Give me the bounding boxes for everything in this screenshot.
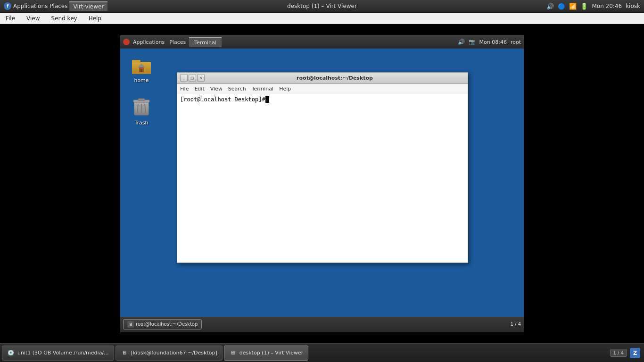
- terminal-menu-edit[interactable]: Edit: [194, 86, 204, 92]
- host-task-virt-viewer[interactable]: 🖥 desktop (1) – Virt Viewer: [224, 346, 309, 361]
- trash-icon-label: Trash: [134, 120, 148, 126]
- home-folder-icon: [130, 53, 153, 76]
- host-topbar-left: f Applications Places Virt-viewer: [4, 1, 107, 11]
- z-badge-icon[interactable]: Z: [630, 348, 640, 358]
- host-menu-view[interactable]: View: [25, 14, 41, 23]
- host-taskbar-right: 1 / 4 Z: [610, 348, 642, 358]
- guest-topbar-right: 🔊 📷 Mon 08:46 root: [458, 39, 521, 45]
- host-task-virt-label: desktop (1) – Virt Viewer: [239, 350, 304, 356]
- host-menu-sendkey[interactable]: Send key: [50, 14, 79, 23]
- host-task-unit1[interactable]: 💽 unit1 (3O GB Volume /run/media/...: [2, 346, 114, 361]
- volume-icon[interactable]: 🔊: [546, 3, 554, 10]
- terminal-menu-terminal[interactable]: Terminal: [252, 86, 274, 92]
- terminal-menu-view[interactable]: View: [210, 86, 223, 92]
- svg-rect-5: [140, 69, 142, 72]
- host-user[interactable]: kiosk: [626, 3, 640, 9]
- host-places-menu[interactable]: Places: [50, 3, 67, 9]
- host-time: Mon 20:46: [592, 3, 622, 9]
- terminal-body[interactable]: [root@localhost Desktop]#: [177, 94, 468, 263]
- host-virt-viewer-tab-label: Virt-viewer: [73, 3, 104, 10]
- bluetooth-icon[interactable]: 🔵: [558, 3, 565, 10]
- guest-screen[interactable]: Applications Places Terminal 🔊 📷 Mon 08:…: [120, 35, 524, 332]
- fedora-logo-icon: f: [4, 2, 11, 10]
- svg-rect-2: [132, 60, 140, 63]
- host-task-virt-icon: 🖥: [229, 349, 237, 357]
- guest-time: Mon 08:46: [479, 39, 507, 45]
- guest-topbar: Applications Places Terminal 🔊 📷 Mon 08:…: [120, 36, 524, 49]
- terminal-cursor: [265, 96, 269, 103]
- host-task-unit1-label: unit1 (3O GB Volume /run/media/...: [17, 350, 109, 356]
- battery-icon[interactable]: 🔋: [580, 3, 588, 10]
- host-menubar: File View Send key Help: [0, 13, 644, 24]
- terminal-menu-search[interactable]: Search: [228, 86, 246, 92]
- guest-user[interactable]: root: [511, 39, 521, 45]
- guest-screenshot-icon[interactable]: 📷: [469, 39, 476, 45]
- trash-icon: [130, 96, 153, 118]
- guest-taskbar-terminal-icon: 🖥: [127, 321, 134, 328]
- host-topbar-right: 🔊 🔵 📶 🔋 Mon 20:46 kiosk: [546, 3, 640, 10]
- guest-taskbar-left: 🖥 root@localhost:~/Desktop: [123, 319, 202, 329]
- terminal-window[interactable]: _ □ ✕ root@localhost:~/Desktop File Edit…: [177, 72, 468, 263]
- guest-terminal-tab-label: Terminal: [193, 39, 218, 46]
- guest-places-menu[interactable]: Places: [168, 39, 187, 46]
- terminal-close-btn[interactable]: ✕: [197, 74, 205, 82]
- host-task-kiosk-terminal[interactable]: 🖥 [kiosk@foundation67:~/Desktop]: [116, 346, 223, 361]
- terminal-prompt-text: [root@localhost Desktop]#: [180, 96, 265, 103]
- host-task-kiosk-label: [kiosk@foundation67:~/Desktop]: [131, 350, 217, 356]
- guest-pager-text: 1 / 4: [511, 321, 521, 327]
- svg-rect-9: [138, 99, 145, 100]
- virt-content-area: Applications Places Terminal 🔊 📷 Mon 08:…: [0, 24, 644, 343]
- guest-terminal-tab[interactable]: Terminal: [189, 37, 222, 47]
- host-menu-file[interactable]: File: [4, 14, 17, 23]
- guest-volume-icon[interactable]: 🔊: [458, 39, 465, 45]
- host-menu-help[interactable]: Help: [87, 14, 103, 23]
- terminal-menu-help[interactable]: Help: [279, 86, 291, 92]
- guest-applications-menu[interactable]: Applications: [132, 39, 166, 46]
- host-topbar: f Applications Places Virt-viewer deskto…: [0, 0, 644, 13]
- guest-taskbar-terminal-label: root@localhost:~/Desktop: [136, 321, 198, 327]
- host-task-unit1-icon: 💽: [7, 349, 15, 357]
- host-virt-viewer-tab[interactable]: Virt-viewer: [69, 1, 107, 11]
- home-icon-label: home: [134, 77, 149, 83]
- terminal-window-buttons: _ □ ✕: [180, 74, 205, 82]
- guest-taskbar-terminal-item[interactable]: 🖥 root@localhost:~/Desktop: [123, 319, 202, 329]
- guest-desktop: home: [120, 49, 524, 317]
- terminal-maximize-btn[interactable]: □: [189, 74, 196, 82]
- desktop-icon-home[interactable]: home: [125, 53, 158, 83]
- desktop-icon-trash[interactable]: Trash: [125, 96, 158, 126]
- guest-taskbar-pager: 1 / 4: [511, 321, 521, 327]
- host-taskbar: 💽 unit1 (3O GB Volume /run/media/... 🖥 […: [0, 343, 644, 362]
- host-applications-menu[interactable]: Applications: [13, 3, 48, 9]
- terminal-titlebar: _ □ ✕ root@localhost:~/Desktop: [177, 73, 468, 84]
- guest-fedora-icon: [123, 39, 130, 45]
- terminal-menubar: File Edit View Search Terminal Help: [177, 84, 468, 94]
- host-pager-badge: 1 / 4: [610, 349, 627, 357]
- host-taskbar-items: 💽 unit1 (3O GB Volume /run/media/... 🖥 […: [2, 346, 308, 361]
- host-window-title: desktop (1) – Virt Viewer: [287, 3, 357, 9]
- terminal-prompt-line: [root@localhost Desktop]#: [180, 96, 465, 103]
- terminal-window-title: root@localhost:~/Desktop: [205, 75, 465, 81]
- guest-taskbar: 🖥 root@localhost:~/Desktop 1 / 4: [120, 317, 524, 332]
- network-icon[interactable]: 📶: [569, 3, 577, 10]
- guest-topbar-left: Applications Places Terminal: [123, 37, 222, 47]
- terminal-menu-file[interactable]: File: [180, 86, 189, 92]
- terminal-minimize-btn[interactable]: _: [180, 74, 188, 82]
- host-task-kiosk-icon: 🖥: [121, 349, 128, 357]
